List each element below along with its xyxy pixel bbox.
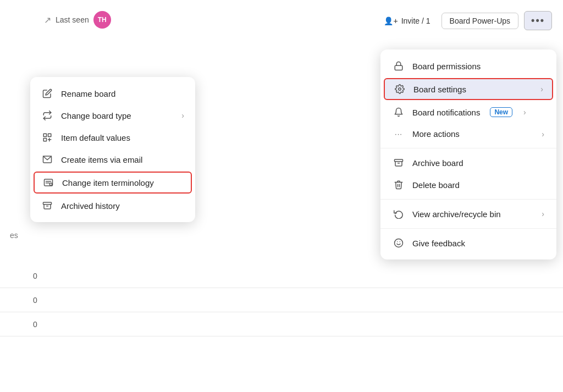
delete-board-label: Delete board — [412, 180, 460, 190]
menu-item-create-items-via-email[interactable]: Create items via email — [30, 148, 195, 170]
divider-3 — [380, 228, 556, 229]
rename-board-label: Rename board — [61, 89, 115, 98]
item-default-values-label: Item default values — [61, 133, 130, 142]
table-row-2: 0 — [0, 288, 563, 312]
cell-value-1: 0 — [33, 272, 37, 280]
avatar: TH — [93, 11, 111, 29]
menu-item-change-item-terminology[interactable]: Change item terminology — [34, 172, 192, 194]
divider-2 — [380, 199, 556, 200]
email-icon — [41, 154, 53, 164]
chevron-right-icon-notifications: › — [523, 108, 526, 117]
top-bar: 👤+ Invite / 1 Board Power-Ups ••• — [378, 11, 552, 30]
right-menu: Board permissions Board settings › Board… — [380, 49, 556, 260]
archive-board-icon — [393, 158, 405, 168]
gear-icon — [394, 84, 406, 94]
menu-item-item-default-values[interactable]: Item default values — [30, 126, 195, 148]
menu-item-archived-history[interactable]: Archived history — [30, 195, 195, 217]
trash-icon — [393, 180, 405, 190]
invite-button[interactable]: 👤+ Invite / 1 — [378, 13, 435, 29]
board-notifications-label: Board notifications — [412, 108, 480, 117]
trend-icon: ↗ — [44, 15, 51, 25]
svg-point-14 — [395, 239, 403, 247]
svg-rect-10 — [395, 65, 402, 70]
last-seen-label: Last seen — [56, 15, 89, 24]
pencil-icon — [41, 89, 53, 98]
board-permissions-label: Board permissions — [412, 62, 481, 71]
swap-icon — [41, 111, 53, 120]
svg-rect-12 — [395, 159, 403, 162]
invite-label: Invite / 1 — [401, 16, 430, 25]
recycle-icon — [393, 209, 405, 219]
feedback-icon — [393, 238, 405, 248]
chevron-right-icon-more: › — [542, 130, 544, 139]
archive-board-label: Archive board — [412, 158, 463, 168]
menu-item-board-notifications[interactable]: Board notifications New › — [380, 101, 556, 123]
terminology-icon — [42, 178, 54, 187]
cell-value-3: 0 — [33, 320, 37, 329]
chevron-right-icon-settings: › — [540, 85, 543, 93]
menu-item-view-archive-recycle[interactable]: View archive/recycle bin › — [380, 203, 556, 225]
menu-item-archive-board[interactable]: Archive board — [380, 152, 556, 174]
change-board-type-label: Change board type — [61, 111, 131, 120]
give-feedback-label: Give feedback — [412, 239, 465, 248]
new-badge: New — [490, 107, 512, 117]
more-actions-label: More actions — [412, 129, 460, 139]
view-archive-recycle-label: View archive/recycle bin — [412, 209, 501, 219]
menu-item-more-actions[interactable]: ··· More actions › — [380, 123, 556, 145]
board-powerups-button[interactable]: Board Power-Ups — [441, 13, 519, 29]
more-actions-icon: ··· — [393, 130, 405, 138]
top-bar-left: ↗ Last seen TH — [44, 11, 111, 29]
menu-item-give-feedback[interactable]: Give feedback — [380, 232, 556, 254]
ellipsis-button[interactable]: ••• — [524, 11, 552, 30]
menu-item-delete-board[interactable]: Delete board — [380, 174, 556, 196]
change-item-terminology-label: Change item terminology — [62, 178, 154, 187]
svg-point-11 — [399, 88, 401, 91]
svg-rect-1 — [48, 134, 51, 136]
lock-icon — [393, 61, 405, 71]
svg-rect-8 — [43, 202, 52, 205]
invite-icon: 👤+ — [384, 16, 398, 25]
menu-item-change-board-type[interactable]: Change board type › — [30, 104, 195, 126]
es-label: es — [10, 231, 18, 240]
table-row-1: 0 — [0, 264, 563, 288]
archive-history-icon — [41, 201, 53, 211]
chevron-right-icon-recycle: › — [542, 209, 544, 218]
archived-history-label: Archived history — [61, 201, 120, 211]
svg-point-7 — [49, 183, 52, 186]
create-items-via-email-label: Create items via email — [61, 155, 142, 164]
menu-item-rename-board[interactable]: Rename board — [30, 82, 195, 104]
chevron-right-icon: › — [181, 111, 184, 120]
menu-item-board-permissions[interactable]: Board permissions — [380, 55, 556, 77]
cell-value-2: 0 — [33, 296, 37, 305]
board-settings-label: Board settings — [413, 85, 466, 94]
svg-rect-2 — [43, 139, 46, 141]
bell-icon — [393, 107, 405, 117]
item-default-icon — [41, 132, 53, 142]
divider-1 — [380, 148, 556, 148]
svg-rect-0 — [43, 134, 46, 136]
menu-item-board-settings[interactable]: Board settings › — [384, 78, 553, 100]
table-row-3: 0 — [0, 312, 563, 336]
left-menu: Rename board Change board type › Item de… — [30, 77, 195, 222]
